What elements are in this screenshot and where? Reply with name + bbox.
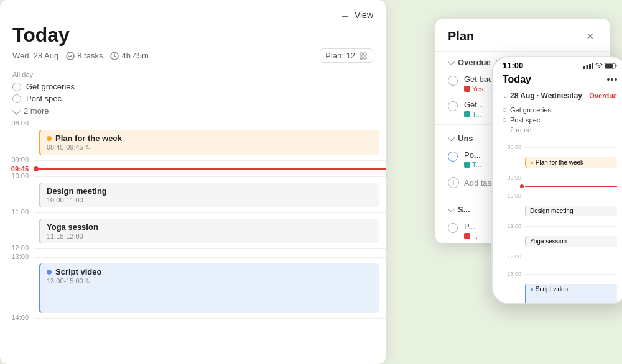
- current-time-label: 09:45: [0, 166, 34, 173]
- sync-icon: ↻: [85, 143, 91, 151]
- allday-task-2[interactable]: Post spec: [12, 93, 373, 104]
- hour-line-12: [34, 248, 386, 249]
- date-meta: Wed, 28 Aug 8 tasks 4h 45m Plan: 12: [12, 48, 373, 63]
- phone-hour-line: [525, 147, 617, 148]
- event-title: Yoga session: [47, 222, 373, 232]
- svg-rect-3: [364, 53, 366, 55]
- phone-event-dot: ●: [530, 286, 536, 293]
- task-checkbox[interactable]: [448, 152, 458, 162]
- event-title: Script video: [47, 267, 373, 276]
- svg-rect-6: [583, 66, 585, 69]
- calendar-panel: View Today Wed, 28 Aug 8 tasks 4h 45m Pl…: [0, 0, 386, 364]
- event-script-video[interactable]: Script video 13:00-15:00 ↻: [39, 263, 379, 313]
- grid-icon: [359, 52, 368, 60]
- close-button[interactable]: ✕: [582, 29, 597, 43]
- time-slot-14: 14:00: [0, 314, 386, 323]
- hour-line-14: [34, 318, 386, 319]
- plan-header: Plan ✕: [435, 19, 610, 52]
- svg-rect-11: [616, 65, 617, 66]
- event-yoga-session[interactable]: Yoga session 11:15-12:00: [39, 219, 379, 243]
- phone-app-header: Today: [493, 71, 622, 89]
- task-checkbox[interactable]: [448, 223, 458, 233]
- overdue-badge: Overdue: [589, 92, 617, 99]
- task-checkbox[interactable]: [448, 76, 458, 86]
- svg-rect-2: [360, 53, 363, 55]
- event-time: 13:00-15:00 ↻: [47, 277, 373, 285]
- phone-time-label: 13:00: [503, 271, 521, 277]
- phone-time-12: 12:00: [503, 248, 617, 265]
- phone-time: 11:00: [503, 61, 523, 70]
- phone-hour-line: [525, 178, 617, 178]
- phone-time-8: 08:00: [503, 139, 617, 156]
- more-row[interactable]: 2 more: [12, 104, 373, 117]
- hour-line-13: [34, 257, 386, 258]
- plus-icon[interactable]: +: [448, 177, 459, 188]
- phone-date: ⌄ 28 Aug · Wednesday Overdue: [493, 89, 622, 102]
- phone-task-list: Get groceries Post spec 2 more: [493, 102, 622, 139]
- overdue-label: Overdue: [458, 58, 491, 67]
- filter-icon[interactable]: [342, 14, 351, 17]
- calendar-icon: [464, 111, 470, 117]
- event-dot: [47, 136, 52, 141]
- svg-rect-12: [605, 64, 613, 68]
- chevron-icon[interactable]: [448, 205, 455, 212]
- allday-task-1[interactable]: Get groceries: [12, 81, 373, 93]
- time-14: 14:00: [0, 314, 34, 321]
- plan-title: Plan: [448, 29, 474, 43]
- phone-task-1: Get groceries: [503, 105, 617, 115]
- phone-status-bar: 11:00: [493, 57, 622, 71]
- svg-rect-9: [592, 63, 594, 69]
- phone-current-time-dot: [520, 184, 524, 188]
- phone-title: Today: [503, 74, 531, 85]
- hour-line-11: [34, 212, 386, 213]
- date-label: Wed, 28 Aug: [12, 51, 58, 60]
- wifi-icon: [595, 63, 603, 69]
- plan-badge[interactable]: Plan: 12: [320, 48, 373, 63]
- calendar-icon: [464, 162, 470, 168]
- svg-point-0: [67, 52, 74, 60]
- schedule-label: S...: [458, 205, 470, 214]
- time-12: 12:00: [0, 245, 34, 252]
- phone-time-11: 11:00: [503, 217, 617, 235]
- allday-section: All day Get groceries Post spec 2 more: [0, 68, 386, 120]
- time-slot-11: 11:00: [0, 209, 386, 217]
- current-time-row: 09:45: [0, 165, 386, 173]
- task-checkbox[interactable]: [12, 94, 21, 103]
- phone-time-label: 09:00: [503, 175, 521, 181]
- task-checkbox[interactable]: [12, 83, 21, 91]
- phone-time-10: 10:00: [503, 187, 617, 204]
- calendar-icon: [464, 86, 470, 92]
- current-time-line: [39, 168, 386, 170]
- svg-rect-4: [360, 57, 363, 59]
- task-name: Po...: [464, 150, 481, 160]
- signal-icon: [583, 63, 593, 69]
- phone-event-plan: ● Plan for the week: [525, 157, 617, 168]
- event-design-meeting[interactable]: Design meeting 10:00-11:00: [39, 183, 379, 207]
- time-11: 11:00: [0, 209, 34, 216]
- time-slot-13: 13:00: [0, 253, 386, 262]
- phone-more-menu[interactable]: [607, 78, 617, 81]
- event-dot: [47, 270, 52, 275]
- task-sub: T...: [464, 161, 481, 168]
- task-checkbox[interactable]: [448, 101, 458, 111]
- event-plan-week[interactable]: Plan for the week 08:45-09:45 ↻: [39, 130, 379, 155]
- task-dot: [503, 108, 506, 112]
- phone-hour-line: [525, 257, 617, 257]
- view-button[interactable]: View: [355, 10, 373, 20]
- chevron-icon[interactable]: [448, 134, 455, 140]
- timeline: 08:00 Plan for the week 08:45-09:45 ↻ 09…: [0, 120, 386, 323]
- phone-time-label: 08:00: [503, 144, 521, 150]
- svg-rect-8: [589, 64, 591, 69]
- chevron-down-icon: [12, 106, 21, 114]
- phone-mockup: 11:00 Today: [491, 56, 622, 304]
- add-task-label: Add task: [464, 178, 496, 188]
- time-13: 13:00: [0, 253, 34, 260]
- sync-icon: ↻: [85, 277, 91, 284]
- time-9: 09:00: [0, 157, 34, 163]
- time-slot-8: 08:00: [0, 120, 386, 129]
- phone-task-2: Post spec: [503, 115, 617, 125]
- chevron-icon[interactable]: [448, 58, 455, 65]
- phone-event-design: Design meeting: [525, 206, 617, 216]
- unscheduled-label: Uns: [458, 134, 473, 143]
- task-sub: ...: [464, 232, 478, 240]
